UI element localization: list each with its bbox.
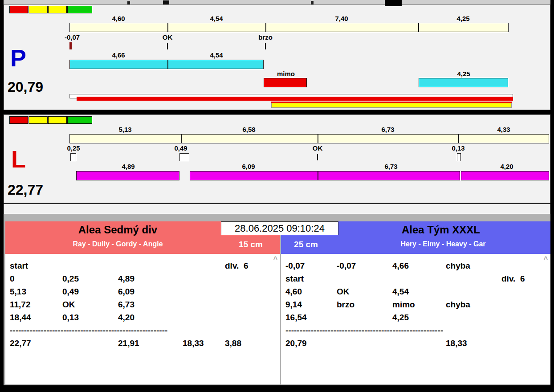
ruler-segment-label: 4,33 <box>484 126 524 133</box>
run-segment-label: 4,54 <box>196 51 236 59</box>
cell: start <box>10 261 62 271</box>
window-artifact <box>311 1 314 4</box>
legend-box-yellow <box>48 116 67 124</box>
run-bar <box>190 171 460 180</box>
cell: OK <box>62 300 118 310</box>
window-artifact <box>163 0 169 4</box>
cell: -0,07 <box>285 261 337 271</box>
cell: div. 6 <box>501 274 550 284</box>
run-bar <box>76 171 179 180</box>
cell: chyba <box>446 300 501 310</box>
team-title: Alea Tým XXXL <box>330 224 552 236</box>
legend-box-red <box>9 6 28 13</box>
ruler-divider <box>418 23 419 32</box>
legend-box-yellow <box>29 6 48 13</box>
table-row: -0,07-0,074,66chyba <box>285 259 550 272</box>
ruler-segment-label: 5,13 <box>105 126 145 133</box>
run-segment-label: 4,89 <box>108 163 148 170</box>
left-team-panel: Alea Sedmý div Ray - Dully - Gordy - Ang… <box>5 221 280 384</box>
ruler-segment-label: 4,60 <box>98 15 138 22</box>
tail-run-bar <box>419 78 508 87</box>
section-divider <box>4 110 550 114</box>
ruler-segment-label: 4,54 <box>196 15 236 22</box>
legend-box-yellow <box>29 116 48 124</box>
table-row: 16,544,25 <box>285 311 550 324</box>
timestamp-box: 28.06.2025 09:10:24 <box>221 221 338 235</box>
progress-yellow-bar <box>271 103 512 108</box>
cell: 21,91 <box>118 339 183 348</box>
cell: 4,54 <box>392 287 446 297</box>
cell: 6,73 <box>118 300 183 310</box>
team-members: Hery - Eimy - Heavy - Gar <box>332 240 554 248</box>
cell: 4,89 <box>118 274 183 284</box>
progress-red-bar <box>77 97 513 101</box>
cell: chyba <box>446 261 501 271</box>
ok-tick <box>317 154 318 160</box>
mark-label: 0,49 <box>161 144 201 152</box>
ruler-bar <box>69 23 509 32</box>
table-row: startdiv. 6 <box>10 259 280 272</box>
legend-box-green <box>67 6 92 13</box>
mark-label: OK <box>297 144 338 152</box>
lane-total: 20,79 <box>8 80 43 94</box>
run-segment-label: 4,66 <box>98 51 138 59</box>
cell: 4,66 <box>392 261 446 271</box>
right-team-panel: 25 cm Alea Tým XXXL Hery - Eimy - Heavy … <box>281 221 550 384</box>
mark-box <box>457 153 461 161</box>
lane-total: 22,77 <box>8 183 43 197</box>
scroll-up-icon[interactable]: ^ <box>273 256 277 263</box>
run-segment-label: 6,73 <box>371 163 411 170</box>
team-members: Ray - Dully - Gordy - Angie <box>5 240 230 248</box>
cell: 11,72 <box>10 300 62 310</box>
ruler-bar <box>69 134 549 143</box>
left-result-text[interactable]: startdiv. 6 00,254,89 5,130,496,09 11,72… <box>5 254 280 384</box>
mark-label: brzo <box>245 33 285 41</box>
table-row: startdiv. 6 <box>285 272 550 285</box>
mark-box <box>179 153 189 161</box>
cell: OK <box>337 287 392 297</box>
lane-l-panel: 5,13 6,58 6,73 4,33 0,25 0,49 OK 0,13 4,… <box>4 114 550 203</box>
ruler-segment-label: 6,58 <box>229 126 269 133</box>
legend-box-yellow <box>48 6 67 13</box>
mark-label: 0,13 <box>438 144 478 152</box>
cell: 9,14 <box>285 300 337 310</box>
ruler-segment-label: 6,73 <box>368 126 408 133</box>
ruler-divider <box>265 23 266 32</box>
cell: 4,25 <box>392 313 446 323</box>
cell: 0,13 <box>62 313 118 323</box>
cell: 0 <box>10 274 62 284</box>
scroll-up-icon[interactable]: ^ <box>544 256 548 263</box>
ruler-divider <box>458 135 459 143</box>
right-result-text[interactable]: -0,07-0,074,66chyba startdiv. 6 4,60OK4,… <box>281 254 550 384</box>
cell: start <box>285 274 337 284</box>
cell: 0,49 <box>62 287 118 297</box>
run-bar-divider <box>167 60 168 69</box>
table-row: 18,440,134,20 <box>10 311 280 324</box>
ruler-divider <box>181 135 182 143</box>
run-bar-divider <box>318 172 318 180</box>
table-row: 20,7918,33 <box>285 337 550 350</box>
brzo-tick <box>265 43 266 49</box>
window-artifact <box>127 1 130 4</box>
cell: div. 6 <box>225 261 280 271</box>
window-control-fragment <box>385 0 402 6</box>
cell: 22,77 <box>10 339 62 348</box>
cell: 18,33 <box>183 339 225 348</box>
lane-letter: L <box>11 147 26 171</box>
table-row: 9,14brzomimochyba <box>285 298 550 311</box>
cell: 4,60 <box>285 287 337 297</box>
legend-box-red <box>9 116 28 124</box>
team-title: Alea Sedmý div <box>5 224 230 236</box>
fault-bar <box>264 78 307 87</box>
cell: 4,20 <box>118 313 183 323</box>
height-category: 15 cm <box>228 240 273 249</box>
height-category: 25 cm <box>284 240 328 249</box>
cell: 18,33 <box>446 339 501 348</box>
cell: mimo <box>392 300 446 310</box>
ruler-divider <box>318 135 318 143</box>
empty-row-panel <box>4 204 550 214</box>
mark-label: OK <box>147 33 187 41</box>
start-tick <box>69 42 72 49</box>
run-segment-label: 4,20 <box>487 163 527 170</box>
table-row: 11,72OK6,73 <box>10 298 280 311</box>
